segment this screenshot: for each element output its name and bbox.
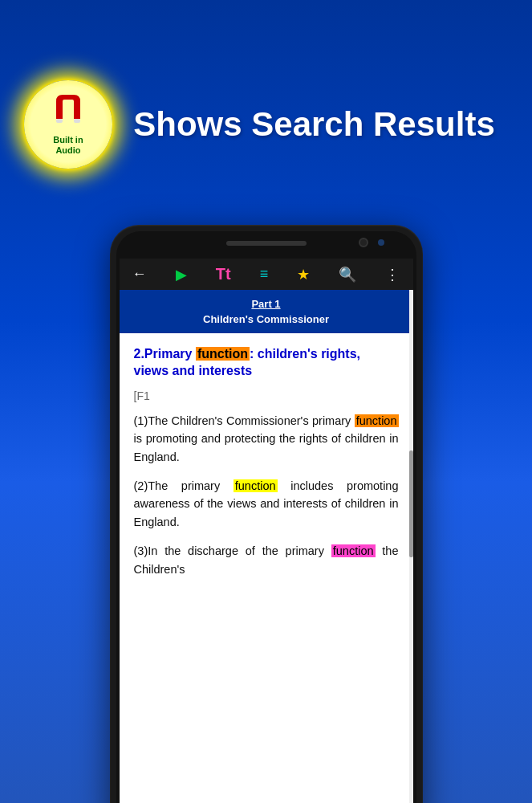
article-heading: 2.Primary function: children's rights, v… <box>134 346 399 380</box>
text-size-icon[interactable]: Tt <box>216 265 231 283</box>
svg-rect-2 <box>56 119 63 123</box>
phone-device: ← ▶ Tt ≡ ★ 🔍 ⋮ Part 1 Children's Commiss… <box>110 225 423 803</box>
f1-bracket: [F1 <box>134 389 399 402</box>
phone-inner: ← ▶ Tt ≡ ★ 🔍 ⋮ Part 1 Children's Commiss… <box>116 231 416 803</box>
para1-highlight: function <box>355 414 399 427</box>
svg-rect-0 <box>56 111 63 119</box>
toolbar: ← ▶ Tt ≡ ★ 🔍 ⋮ <box>120 259 413 290</box>
more-icon[interactable]: ⋮ <box>385 266 400 283</box>
magnet-icon <box>48 93 88 133</box>
para2-text-before: The primary <box>148 479 234 492</box>
search-icon[interactable]: 🔍 <box>339 266 356 283</box>
play-icon[interactable]: ▶ <box>176 266 187 283</box>
phone-speaker <box>226 241 307 246</box>
logo-text: Built in Audio <box>53 135 83 156</box>
paragraph-2: (2)The primary function includes promoti… <box>134 477 399 531</box>
paragraph-1: (1)The Children's Commissioner's primary… <box>134 412 399 466</box>
article-title-highlight: function <box>196 347 250 361</box>
part-title: Part 1 <box>129 298 404 310</box>
para1-text-before: The Children's Commissioner's primary <box>148 414 354 427</box>
svg-rect-3 <box>74 119 80 123</box>
phone-sensor <box>378 239 384 246</box>
para2-highlight: function <box>234 479 278 492</box>
list-icon[interactable]: ≡ <box>260 266 269 283</box>
content-area: Part 1 Children's Commissioner 2.Primary… <box>120 290 413 803</box>
scrollbar-thumb[interactable] <box>409 450 413 557</box>
para2-label: (2) <box>134 479 148 492</box>
para3-label: (3) <box>134 544 148 557</box>
section-subtitle: Children's Commissioner <box>129 313 404 325</box>
para1-text-after: is promoting and protecting the rights o… <box>134 432 399 463</box>
para3-text-before: In the discharge of the primary <box>148 544 331 557</box>
phone-body: ← ▶ Tt ≡ ★ 🔍 ⋮ Part 1 Children's Commiss… <box>110 225 423 803</box>
scrollbar[interactable] <box>409 290 413 803</box>
phone-screen: ← ▶ Tt ≡ ★ 🔍 ⋮ Part 1 Children's Commiss… <box>120 259 413 803</box>
svg-rect-1 <box>74 111 80 119</box>
page-title: Shows Search Results <box>112 106 508 143</box>
section-header: Part 1 Children's Commissioner <box>120 290 413 333</box>
header: Built in Audio Shows Search Results <box>0 0 532 249</box>
logo: Built in Audio <box>24 80 112 169</box>
bookmark-icon[interactable]: ★ <box>297 266 310 283</box>
para3-highlight: function <box>331 544 376 557</box>
article-number: 2. <box>134 347 144 361</box>
phone-camera <box>359 238 368 247</box>
paragraph-3: (3)In the discharge of the primary funct… <box>134 542 399 578</box>
article-title-before: Primary <box>144 347 196 361</box>
para1-label: (1) <box>134 414 148 427</box>
back-icon[interactable]: ← <box>132 266 147 283</box>
